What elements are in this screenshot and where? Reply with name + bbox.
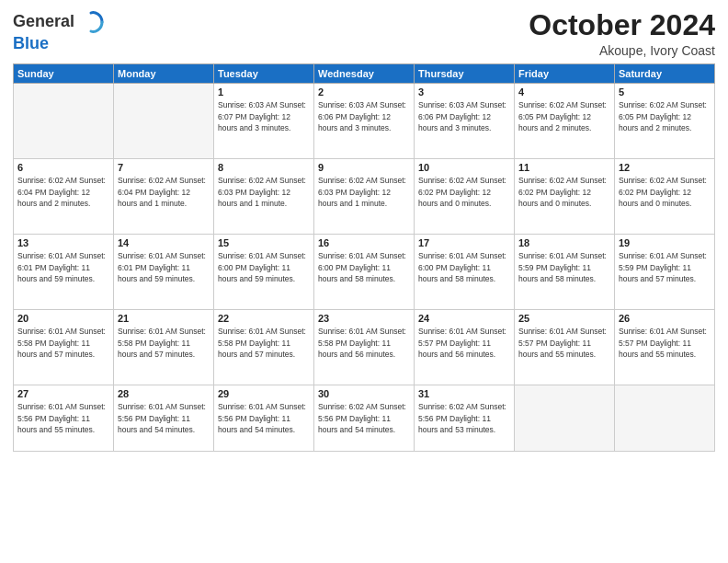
table-row: 29Sunrise: 6:01 AM Sunset: 5:56 PM Dayli… — [214, 385, 314, 452]
day-info: Sunrise: 6:02 AM Sunset: 6:05 PM Dayligh… — [619, 99, 711, 133]
header-tuesday: Tuesday — [214, 64, 314, 84]
day-number: 24 — [418, 313, 510, 324]
table-row: 14Sunrise: 6:01 AM Sunset: 6:01 PM Dayli… — [114, 235, 214, 310]
table-row: 10Sunrise: 6:02 AM Sunset: 6:02 PM Dayli… — [415, 159, 515, 235]
day-info: Sunrise: 6:02 AM Sunset: 5:56 PM Dayligh… — [418, 401, 510, 435]
day-number: 14 — [118, 237, 210, 248]
table-row: 25Sunrise: 6:01 AM Sunset: 5:57 PM Dayli… — [515, 310, 615, 385]
day-number: 22 — [218, 313, 310, 324]
page: General Blue October 2024 Akoupe, Ivory … — [0, 0, 728, 563]
day-number: 26 — [619, 313, 711, 324]
day-number: 16 — [318, 237, 410, 248]
day-info: Sunrise: 6:02 AM Sunset: 5:56 PM Dayligh… — [318, 401, 410, 435]
day-number: 10 — [418, 162, 510, 173]
logo: General Blue — [13, 9, 104, 53]
day-info: Sunrise: 6:02 AM Sunset: 6:05 PM Dayligh… — [518, 99, 610, 133]
table-row: 13Sunrise: 6:01 AM Sunset: 6:01 PM Dayli… — [14, 235, 114, 310]
header-saturday: Saturday — [615, 64, 715, 84]
table-row: 19Sunrise: 6:01 AM Sunset: 5:59 PM Dayli… — [615, 235, 715, 310]
table-row — [515, 385, 615, 452]
day-info: Sunrise: 6:01 AM Sunset: 5:56 PM Dayligh… — [218, 401, 310, 435]
table-row: 7Sunrise: 6:02 AM Sunset: 6:04 PM Daylig… — [114, 159, 214, 235]
day-info: Sunrise: 6:01 AM Sunset: 5:59 PM Dayligh… — [518, 250, 610, 284]
day-number: 2 — [318, 86, 410, 98]
table-row: 24Sunrise: 6:01 AM Sunset: 5:57 PM Dayli… — [415, 310, 515, 385]
table-row: 5Sunrise: 6:02 AM Sunset: 6:05 PM Daylig… — [615, 84, 715, 159]
day-info: Sunrise: 6:01 AM Sunset: 5:58 PM Dayligh… — [318, 326, 410, 360]
day-info: Sunrise: 6:01 AM Sunset: 6:00 PM Dayligh… — [318, 250, 410, 284]
logo-blue: Blue — [13, 34, 49, 52]
header-wednesday: Wednesday — [314, 64, 415, 84]
table-row: 1Sunrise: 6:03 AM Sunset: 6:07 PM Daylig… — [214, 84, 314, 159]
day-info: Sunrise: 6:02 AM Sunset: 6:02 PM Dayligh… — [619, 175, 711, 209]
table-row: 9Sunrise: 6:02 AM Sunset: 6:03 PM Daylig… — [314, 159, 415, 235]
table-row: 12Sunrise: 6:02 AM Sunset: 6:02 PM Dayli… — [615, 159, 715, 235]
day-number: 19 — [619, 237, 711, 248]
month-title: October 2024 — [529, 9, 715, 41]
table-row: 15Sunrise: 6:01 AM Sunset: 6:00 PM Dayli… — [214, 235, 314, 310]
table-row: 4Sunrise: 6:02 AM Sunset: 6:05 PM Daylig… — [515, 84, 615, 159]
table-row: 23Sunrise: 6:01 AM Sunset: 5:58 PM Dayli… — [314, 310, 415, 385]
day-number: 4 — [518, 86, 610, 98]
day-number: 25 — [518, 313, 610, 324]
day-info: Sunrise: 6:03 AM Sunset: 6:06 PM Dayligh… — [318, 99, 410, 133]
table-row: 22Sunrise: 6:01 AM Sunset: 5:58 PM Dayli… — [214, 310, 314, 385]
header-sunday: Sunday — [14, 64, 114, 84]
table-row: 26Sunrise: 6:01 AM Sunset: 5:57 PM Dayli… — [615, 310, 715, 385]
day-number: 8 — [218, 162, 310, 173]
day-info: Sunrise: 6:01 AM Sunset: 6:00 PM Dayligh… — [418, 250, 510, 284]
day-number: 6 — [17, 162, 109, 173]
table-row: 3Sunrise: 6:03 AM Sunset: 6:06 PM Daylig… — [415, 84, 515, 159]
day-info: Sunrise: 6:01 AM Sunset: 5:58 PM Dayligh… — [118, 326, 210, 360]
day-info: Sunrise: 6:02 AM Sunset: 6:03 PM Dayligh… — [318, 175, 410, 209]
location-subtitle: Akoupe, Ivory Coast — [529, 43, 715, 58]
day-number: 31 — [418, 388, 510, 399]
table-row: 17Sunrise: 6:01 AM Sunset: 6:00 PM Dayli… — [415, 235, 515, 310]
day-number: 18 — [518, 237, 610, 248]
table-row: 8Sunrise: 6:02 AM Sunset: 6:03 PM Daylig… — [214, 159, 314, 235]
day-info: Sunrise: 6:03 AM Sunset: 6:06 PM Dayligh… — [418, 99, 510, 133]
table-row: 18Sunrise: 6:01 AM Sunset: 5:59 PM Dayli… — [515, 235, 615, 310]
day-info: Sunrise: 6:01 AM Sunset: 5:58 PM Dayligh… — [218, 326, 310, 360]
day-info: Sunrise: 6:02 AM Sunset: 6:04 PM Dayligh… — [17, 175, 109, 209]
day-number: 1 — [218, 86, 310, 98]
day-number: 30 — [318, 388, 410, 399]
weekday-header-row: Sunday Monday Tuesday Wednesday Thursday… — [14, 64, 715, 84]
table-row: 27Sunrise: 6:01 AM Sunset: 5:56 PM Dayli… — [14, 385, 114, 452]
table-row: 6Sunrise: 6:02 AM Sunset: 6:04 PM Daylig… — [14, 159, 114, 235]
day-info: Sunrise: 6:01 AM Sunset: 5:56 PM Dayligh… — [118, 401, 210, 435]
day-number: 7 — [118, 162, 210, 173]
day-info: Sunrise: 6:01 AM Sunset: 5:58 PM Dayligh… — [17, 326, 109, 360]
day-info: Sunrise: 6:01 AM Sunset: 5:56 PM Dayligh… — [17, 401, 109, 435]
table-row: 31Sunrise: 6:02 AM Sunset: 5:56 PM Dayli… — [415, 385, 515, 452]
day-number: 28 — [118, 388, 210, 399]
day-number: 17 — [418, 237, 510, 248]
table-row — [615, 385, 715, 452]
day-info: Sunrise: 6:02 AM Sunset: 6:02 PM Dayligh… — [418, 175, 510, 209]
day-info: Sunrise: 6:01 AM Sunset: 6:01 PM Dayligh… — [17, 250, 109, 284]
table-row: 16Sunrise: 6:01 AM Sunset: 6:00 PM Dayli… — [314, 235, 415, 310]
table-row — [114, 84, 214, 159]
day-number: 13 — [17, 237, 109, 248]
day-number: 15 — [218, 237, 310, 248]
day-number: 5 — [619, 86, 711, 98]
day-info: Sunrise: 6:01 AM Sunset: 6:01 PM Dayligh… — [118, 250, 210, 284]
table-row — [14, 84, 114, 159]
day-info: Sunrise: 6:01 AM Sunset: 5:57 PM Dayligh… — [518, 326, 610, 360]
day-info: Sunrise: 6:03 AM Sunset: 6:07 PM Dayligh… — [218, 99, 310, 133]
header-monday: Monday — [114, 64, 214, 84]
day-number: 9 — [318, 162, 410, 173]
day-number: 20 — [17, 313, 109, 324]
day-number: 12 — [619, 162, 711, 173]
day-number: 23 — [318, 313, 410, 324]
header-friday: Friday — [515, 64, 615, 84]
logo-general: General — [13, 13, 74, 31]
table-row: 28Sunrise: 6:01 AM Sunset: 5:56 PM Dayli… — [114, 385, 214, 452]
table-row: 30Sunrise: 6:02 AM Sunset: 5:56 PM Dayli… — [314, 385, 415, 452]
day-number: 11 — [518, 162, 610, 173]
day-info: Sunrise: 6:01 AM Sunset: 5:57 PM Dayligh… — [619, 326, 711, 360]
header: General Blue October 2024 Akoupe, Ivory … — [13, 9, 715, 58]
logo-icon — [78, 9, 104, 35]
day-info: Sunrise: 6:01 AM Sunset: 6:00 PM Dayligh… — [218, 250, 310, 284]
table-row: 2Sunrise: 6:03 AM Sunset: 6:06 PM Daylig… — [314, 84, 415, 159]
